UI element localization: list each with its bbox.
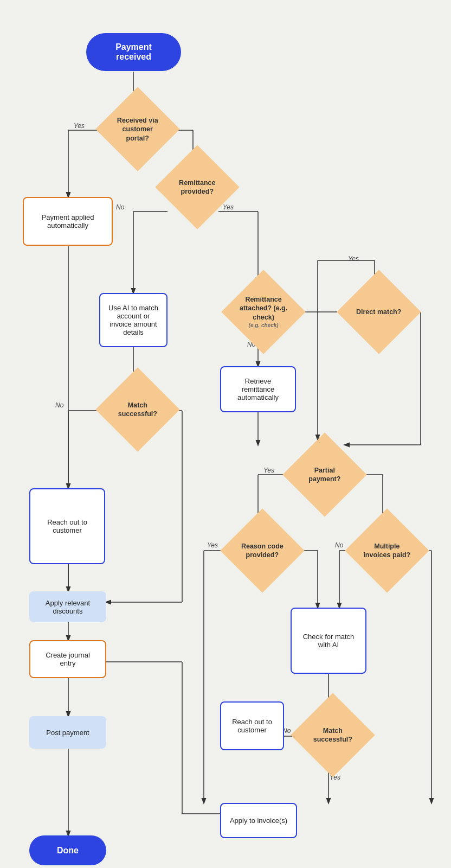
retrieve-remittance-node: Retrieve remittance automatically	[220, 366, 296, 412]
label-no-match1: No	[55, 401, 63, 409]
flowchart-diagram: Yes No No Yes No Yes Yes No Yes No Yes N…	[9, 11, 442, 868]
payment-received-node: Payment received	[86, 33, 181, 71]
match-successful-2-diamond: Match successful?	[291, 693, 375, 777]
label-yes-partial: Yes	[263, 467, 274, 474]
multiple-invoices-label: Multiple invoices paid?	[357, 542, 417, 560]
label-yes-reason: Yes	[207, 541, 218, 549]
done-node: Done	[29, 835, 106, 865]
match-successful-2-label: Match successful?	[303, 726, 363, 744]
portal-label: Received via customer portal?	[108, 116, 167, 143]
label-yes-portal: Yes	[74, 122, 85, 130]
direct-match-label: Direct match?	[352, 308, 405, 316]
reason-code-diamond: Reason code provided?	[220, 508, 305, 593]
match-successful-1-label: Match successful?	[108, 401, 167, 419]
remittance-provided-diamond: Remittance provided?	[155, 145, 240, 229]
partial-payment-label: Partial payment?	[295, 466, 355, 484]
reach-out-1-node: Reach out to customer	[29, 488, 105, 564]
label-yes-direct: Yes	[348, 255, 359, 263]
multiple-invoices-diamond: Multiple invoices paid?	[345, 508, 429, 593]
use-ai-node: Use AI to match account or invoice amoun…	[99, 293, 167, 347]
apply-invoice-node: Apply to invoice(s)	[220, 803, 297, 838]
create-journal-node: Create journal entry	[29, 640, 106, 678]
post-payment-node: Post payment	[29, 716, 106, 749]
reach-out-2-node: Reach out to customer	[220, 701, 284, 750]
label-no-multi: No	[335, 541, 343, 549]
portal-diamond: Received via customer portal?	[95, 87, 180, 171]
remittance-attached-label: Remittance attached? (e.g. check) (e.g. …	[234, 295, 293, 329]
match-successful-1-diamond: Match successful?	[95, 367, 180, 452]
remittance-provided-label: Remittance provided?	[167, 178, 227, 196]
direct-match-diamond: Direct match?	[337, 270, 421, 354]
apply-discounts-node: Apply relevant discounts	[29, 591, 106, 622]
label-no-remittance: No	[116, 203, 124, 211]
check-ai-node: Check for match with AI	[291, 608, 366, 674]
partial-payment-diamond: Partial payment?	[282, 432, 367, 517]
reason-code-label: Reason code provided?	[233, 542, 292, 560]
payment-applied-node: Payment applied automatically	[23, 197, 113, 246]
label-yes-remittance: Yes	[223, 203, 234, 211]
remittance-attached-diamond: Remittance attached? (e.g. check) (e.g. …	[221, 270, 306, 354]
